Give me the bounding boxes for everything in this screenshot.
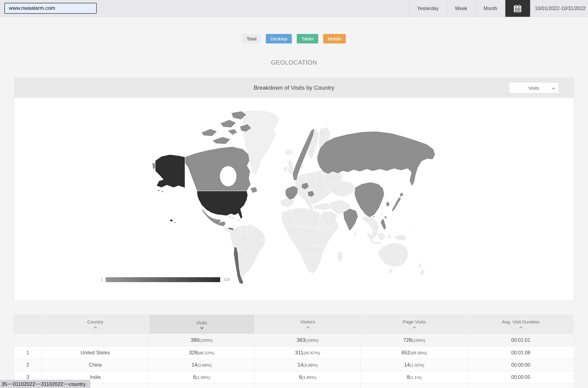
sort-asc-icon: [93, 326, 97, 330]
row-page-visits: 14(1.92%): [361, 359, 468, 371]
totals-visitors: 363(100%): [254, 334, 361, 347]
map-country-france[interactable]: [285, 186, 298, 200]
table-header-row: Country Visits Visitors Page Visits Avg.…: [14, 315, 574, 334]
map-country-india[interactable]: [343, 208, 358, 231]
row-visits: 6(1.58%): [149, 371, 254, 383]
geo-panel-header: Breakdown of Visits by Country Visits: [14, 78, 574, 98]
map-legend: 1 328: [101, 277, 230, 282]
table-row: 2 China 14(3.68%) 14(3.86%) 14(1.92%) 00…: [14, 359, 574, 371]
range-button-week[interactable]: Week: [447, 0, 475, 17]
row-avg-duration: 00:00:00: [468, 359, 574, 371]
table-row: 3 India 6(1.58%) 6(1.65%) 8(1.1%) 00:00:…: [14, 371, 574, 383]
calendar-icon: [513, 4, 522, 13]
sort-desc-icon: [200, 326, 203, 329]
totals-page-visits: 728(100%): [361, 334, 468, 347]
map-country-china[interactable]: [354, 182, 384, 218]
filter-tablet[interactable]: Tablet: [297, 34, 318, 43]
device-filters: Total Desktop Tablet Mobile: [0, 17, 588, 43]
row-page-visits: 8(1.1%): [361, 371, 468, 383]
row-visits: 328(86.32%): [149, 347, 254, 359]
geo-panel: Breakdown of Visits by Country Visits: [14, 78, 574, 301]
row-visits: 14(3.68%): [149, 359, 254, 371]
map-country-japan[interactable]: [392, 192, 403, 211]
filter-total[interactable]: Total: [242, 34, 261, 43]
range-button-yesterday[interactable]: Yesterday: [409, 0, 447, 17]
legend-max-label: 328: [223, 278, 230, 282]
metric-dropdown-value: Visits: [528, 85, 539, 91]
legend-gradient-bar: [106, 277, 220, 282]
column-header-visits[interactable]: Visits: [149, 315, 254, 334]
world-map-svg[interactable]: [152, 111, 437, 289]
column-header-rank: [14, 315, 42, 334]
column-header-visitors[interactable]: Visitors: [254, 315, 361, 334]
status-tooltip: 35~~01102022~~31102022~~country: [0, 380, 90, 388]
table-row-partial: [14, 383, 574, 388]
row-visitors: 6(1.65%): [254, 371, 361, 383]
map-country-philippines[interactable]: [381, 216, 387, 230]
date-range-label: 10/01/2022-10/31/2022: [530, 0, 588, 17]
filter-desktop[interactable]: Desktop: [266, 34, 292, 43]
row-page-visits: 652(89.56%): [361, 347, 468, 359]
row-country: United States: [42, 347, 149, 359]
url-input[interactable]: [4, 3, 97, 14]
table-row: 1 United States 328(86.32%) 311(85.67%) …: [14, 347, 574, 359]
row-country: China: [42, 359, 149, 371]
row-rank: 1: [14, 347, 42, 359]
date-controls: Yesterday Week Month 10/01/2022-10/31/20…: [409, 0, 588, 17]
column-header-country[interactable]: Country: [42, 315, 149, 334]
totals-visits: 380(100%): [149, 334, 254, 347]
row-visitors: 311(85.67%): [254, 347, 361, 359]
legend-min-label: 1: [101, 278, 103, 282]
metric-dropdown[interactable]: Visits: [509, 82, 559, 93]
sort-asc-icon: [519, 326, 522, 330]
totals-avg-duration: 00:01:01: [468, 334, 574, 347]
sort-asc-icon: [413, 326, 416, 330]
column-header-page-visits[interactable]: Page Visits: [361, 315, 468, 334]
panel-title: Breakdown of Visits by Country: [254, 84, 334, 91]
geo-table: Country Visits Visitors Page Visits Avg.…: [14, 315, 574, 388]
row-rank: 2: [14, 359, 42, 371]
range-button-month[interactable]: Month: [475, 0, 505, 17]
sort-asc-icon: [306, 326, 309, 330]
table-totals-row: 380(100%) 363(100%) 728(100%) 00:01:01: [14, 334, 574, 347]
world-map[interactable]: 1 328: [14, 98, 574, 301]
section-title: GEOLOCATION: [0, 59, 588, 66]
row-visitors: 14(3.86%): [254, 359, 361, 371]
calendar-button[interactable]: [505, 0, 530, 17]
row-avg-duration: 00:00:05: [468, 371, 574, 383]
map-country-south-korea[interactable]: [386, 201, 390, 207]
filter-mobile[interactable]: Mobile: [323, 34, 346, 43]
column-header-avg-duration[interactable]: Avg. Visit Duration: [468, 315, 574, 334]
chevron-down-icon: [552, 87, 555, 90]
topbar: Yesterday Week Month 10/01/2022-10/31/20…: [0, 0, 588, 17]
row-avg-duration: 00:01:08: [468, 347, 574, 359]
